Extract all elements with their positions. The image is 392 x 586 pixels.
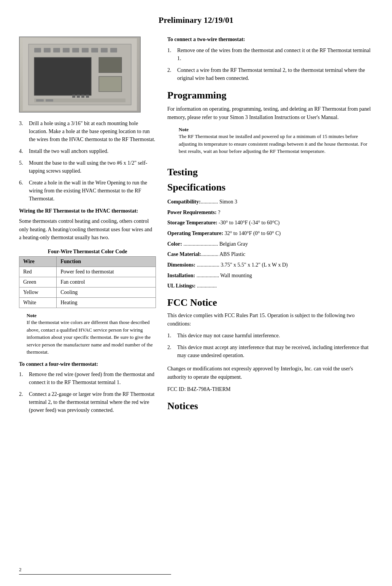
wire-table-body: RedPower feed to thermostatGreenFan cont… <box>19 267 156 308</box>
wiring-body: Some thermostats control heating and coo… <box>19 217 156 242</box>
svg-rect-12 <box>99 57 122 73</box>
table-row: GreenFan control <box>19 277 156 287</box>
spec-line: Color: .......................... Belgia… <box>167 240 373 248</box>
table-row: YellowCooling <box>19 287 156 298</box>
two-wire-heading: To connect a two-wire thermostat: <box>167 37 373 43</box>
svg-rect-16 <box>46 99 53 102</box>
svg-rect-19 <box>81 95 84 98</box>
svg-rect-6 <box>72 48 79 52</box>
spec-line: Operating Temperature: 32° to 140°F (0° … <box>167 229 373 238</box>
spec-line: Dimensions: ................. 3.75" x 5.… <box>167 261 373 269</box>
programming-heading: Programming <box>167 90 373 101</box>
wire-cell: Yellow <box>19 287 57 298</box>
wire-color-table: Wire Function RedPower feed to thermosta… <box>19 256 156 308</box>
svg-rect-9 <box>101 48 108 52</box>
svg-rect-11 <box>34 57 91 95</box>
notices-heading: Notices <box>167 400 373 412</box>
step-4: 4. Install the two wall anchors supplied… <box>19 147 156 155</box>
fcc-heading: FCC Notice <box>167 297 373 308</box>
function-cell: Power feed to thermostat <box>57 267 156 277</box>
svg-rect-20 <box>86 95 89 98</box>
step-3: 3. Drill a hole using a 3/16" bit at eac… <box>19 119 156 143</box>
spec-line: Power Requirements: ? <box>167 208 373 217</box>
table-header-row: Wire Function <box>19 257 156 267</box>
device-image-inner <box>20 37 140 112</box>
fcc-id: FCC ID: B4Z-798A-THERM <box>167 385 373 394</box>
svg-rect-18 <box>77 95 80 98</box>
svg-rect-10 <box>110 48 117 52</box>
page: Preliminary 12/19/01 <box>0 0 392 586</box>
wiring-heading: Wiring the RF Thermostat to the HVAC the… <box>19 208 156 214</box>
fcc-step-2: 2. This device must accept any interfere… <box>167 343 373 359</box>
note-text-left: If the thermostat wire colors are differ… <box>27 319 153 355</box>
wire-cell: Red <box>19 267 57 277</box>
note-label: Note <box>27 313 37 318</box>
svg-rect-15 <box>36 99 44 102</box>
function-cell: Cooling <box>57 287 156 298</box>
four-wire-steps: 1. Remove the red wire (power feed) from… <box>19 370 156 414</box>
fcc-steps: 1. This device may not cause harmful int… <box>167 332 373 359</box>
page-title: Preliminary 12/19/01 <box>19 15 373 25</box>
note-box-left: Note If the thermostat wire colors are d… <box>27 313 156 356</box>
fcc-step-1: 1. This device may not cause harmful int… <box>167 332 373 340</box>
spec-line: Storage Temperature: -30° to 140°F (-34°… <box>167 219 373 227</box>
step-6: 6. Create a hole in the wall in the Wire… <box>19 179 156 203</box>
two-wire-step-1: 1. Remove one of the wires from the ther… <box>167 46 373 62</box>
device-svg <box>23 38 137 111</box>
col-wire: Wire <box>19 257 57 267</box>
testing-heading: Testing <box>167 167 373 178</box>
svg-rect-5 <box>63 48 70 52</box>
col-function: Function <box>57 257 156 267</box>
installation-steps: 3. Drill a hole using a 3/16" bit at eac… <box>19 119 156 203</box>
table-row: RedPower feed to thermostat <box>19 267 156 277</box>
fcc-body: This device complies with FCC Rules Part… <box>167 311 373 328</box>
page-number: 2 <box>19 567 171 575</box>
svg-rect-3 <box>44 48 51 52</box>
function-cell: Heating <box>57 298 156 308</box>
spec-line: Case Material:............. ABS Plastic <box>167 250 373 259</box>
note-text-right: The RF Thermostat must be installed and … <box>179 133 367 154</box>
note-label-right: Note <box>179 127 189 132</box>
four-wire-step-1: 1. Remove the red wire (power feed) from… <box>19 370 156 386</box>
two-wire-step-2: 2. Connect a wire from the RF Thermostat… <box>167 66 373 82</box>
left-column: 3. Drill a hole using a 3/16" bit at eac… <box>19 37 156 419</box>
svg-rect-8 <box>91 48 98 52</box>
svg-rect-2 <box>34 48 41 52</box>
four-wire-step-2: 2. Connect a 22-gauge or larger wire fro… <box>19 390 156 414</box>
svg-rect-4 <box>53 48 60 52</box>
svg-rect-13 <box>99 76 122 92</box>
svg-rect-17 <box>72 95 75 98</box>
table-row: WhiteHeating <box>19 298 156 308</box>
specifications-heading: Specifications <box>167 182 373 193</box>
right-column: To connect a two-wire thermostat: 1. Rem… <box>167 37 373 419</box>
programming-body: For information on operating, programmin… <box>167 105 373 121</box>
spec-line: Compatibility:............. Simon 3 <box>167 198 373 206</box>
spec-line: UL Listings: ............... <box>167 282 373 290</box>
spec-line: Installation: ................. Wall mou… <box>167 272 373 280</box>
fcc-changes: Changes or modifications not expressly a… <box>167 365 373 381</box>
svg-rect-7 <box>82 48 89 52</box>
wire-cell: Green <box>19 277 57 287</box>
four-wire-heading: To connect a four-wire thermostat: <box>19 361 156 367</box>
two-wire-steps: 1. Remove one of the wires from the ther… <box>167 46 373 82</box>
step-5: 5. Mount the base to the wall using the … <box>19 159 156 175</box>
device-image <box>19 37 141 113</box>
note-box-right: Note The RF Thermostat must be installed… <box>179 127 373 155</box>
specs-container: Compatibility:............. Simon 3Power… <box>167 198 373 290</box>
two-column-layout: 3. Drill a hole using a 3/16" bit at eac… <box>19 37 373 419</box>
table-title: Four-Wire Thermostat Color Code <box>19 249 156 255</box>
function-cell: Fan control <box>57 277 156 287</box>
wire-cell: White <box>19 298 57 308</box>
